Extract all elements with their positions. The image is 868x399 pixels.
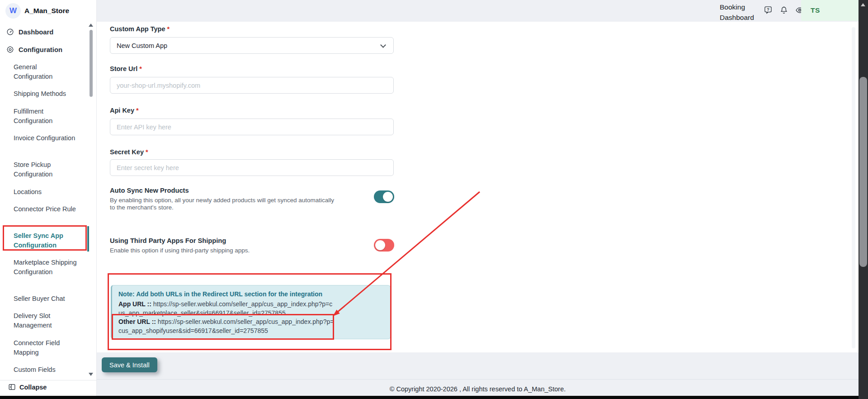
sidebar-item-label: Dashboard xyxy=(19,28,53,36)
sidebar-item-connector-price-rule[interactable]: Connector Price Rule xyxy=(14,204,77,214)
custom-app-type-label: Custom App Type* xyxy=(110,25,170,33)
app-window: W A_Man_Store Dashboard Configuration Ge… xyxy=(0,0,868,399)
gear-icon xyxy=(6,46,14,53)
required-asterisk: * xyxy=(136,107,139,114)
note-title: Note: Add both URLs in the Redirect URL … xyxy=(118,290,383,298)
sidebar-item-seller-buyer-chat[interactable]: Seller Buyer Chat xyxy=(14,294,77,304)
booking-dashboard-link[interactable]: Booking Dashboard xyxy=(720,2,760,23)
brand-header[interactable]: W A_Man_Store xyxy=(0,0,97,23)
sidebar-item-locations[interactable]: Locations xyxy=(14,187,77,197)
store-logo: W xyxy=(5,3,21,19)
window-bottom-edge xyxy=(0,396,868,399)
copyright-text: © Copyright 2020-2026 , All rights reser… xyxy=(97,385,859,393)
app-url-label: App URL :: xyxy=(118,300,151,308)
chevron-down-icon xyxy=(380,42,386,48)
sidebar-item-custom-fields[interactable]: Custom Fields xyxy=(14,365,77,375)
sidebar-item-marketplace-shipping-configuration[interactable]: Marketplace Shipping Configuration xyxy=(14,258,77,276)
scrollbar-thumb[interactable] xyxy=(859,77,867,267)
store-name: A_Man_Store xyxy=(24,7,69,15)
sidebar-item-dashboard[interactable]: Dashboard xyxy=(6,28,53,36)
svg-text:?: ? xyxy=(767,7,769,12)
avatar-initials: TS xyxy=(811,6,820,14)
third-party-shipping-label: Using Third Party Apps For Shipping xyxy=(110,237,226,244)
sidebar: W A_Man_Store Dashboard Configuration Ge… xyxy=(0,0,97,396)
sidebar-scroll-up-arrow[interactable] xyxy=(89,24,93,27)
user-avatar[interactable]: TS xyxy=(801,0,859,21)
bell-icon[interactable] xyxy=(779,5,788,14)
sidebar-item-general-configuration[interactable]: General Configuration xyxy=(14,62,77,81)
sidebar-item-connector-field-mapping[interactable]: Connector Field Mapping xyxy=(14,338,77,357)
help-chat-icon[interactable]: ? xyxy=(764,5,773,14)
sidebar-item-fulfillment-configuration[interactable]: Fulfillment Configuration xyxy=(14,107,77,125)
content-scrollbar-track[interactable] xyxy=(852,27,855,348)
collapse-label: Collapse xyxy=(19,384,47,391)
required-asterisk: * xyxy=(146,148,148,156)
sidebar-scrollbar-thumb[interactable] xyxy=(90,30,93,97)
toggle-knob xyxy=(375,240,385,250)
required-asterisk: * xyxy=(139,65,142,72)
collapse-panel-icon xyxy=(8,383,16,391)
footer-divider xyxy=(97,379,859,380)
other-url-label: Other URL :: xyxy=(118,318,156,325)
sidebar-item-label: Configuration xyxy=(19,46,62,53)
sidebar-item-seller-sync-app-configuration[interactable]: Seller Sync App Configuration xyxy=(14,231,77,250)
scrollbar-up-arrow[interactable] xyxy=(861,3,865,6)
api-key-input[interactable] xyxy=(110,119,394,135)
sidebar-item-configuration[interactable]: Configuration xyxy=(6,46,62,53)
required-asterisk: * xyxy=(167,25,170,33)
collapse-divider xyxy=(0,380,97,380)
other-url-line: Other URL :: https://sp-seller.webkul.co… xyxy=(118,318,335,335)
redirect-url-note: Note: Add both URLs in the Redirect URL … xyxy=(111,285,391,339)
secret-key-input[interactable] xyxy=(110,159,394,176)
secret-key-label: Secret Key* xyxy=(110,148,148,156)
sidebar-item-shipping-methods[interactable]: Shipping Methods xyxy=(14,89,77,99)
auto-sync-toggle[interactable] xyxy=(374,190,394,203)
store-url-label: Store Url* xyxy=(110,65,142,72)
sidebar-item-store-pickup-configuration[interactable]: Store Pickup Configuration xyxy=(14,160,77,179)
app-url-line: App URL :: https://sp-seller.webkul.com/… xyxy=(118,300,335,318)
store-url-input[interactable] xyxy=(110,77,394,94)
sidebar-item-delivery-slot-management[interactable]: Delivery Slot Management xyxy=(14,311,77,330)
api-key-label: Api Key* xyxy=(110,107,139,114)
toggle-knob xyxy=(383,192,393,202)
sidebar-scroll-down-arrow[interactable] xyxy=(89,373,93,376)
third-party-shipping-toggle[interactable] xyxy=(374,239,394,252)
auto-sync-label: Auto Sync New Products xyxy=(110,187,189,194)
selected-value: New Custom App xyxy=(117,42,167,49)
auto-sync-description: By enabling this option, all your newly … xyxy=(110,197,338,211)
collapse-button[interactable]: Collapse xyxy=(8,383,47,391)
gauge-icon xyxy=(6,28,14,36)
third-party-shipping-description: Enable this option if using third-party … xyxy=(110,247,345,254)
custom-app-type-select[interactable]: New Custom App xyxy=(110,37,394,54)
active-item-indicator xyxy=(87,226,89,252)
save-install-button[interactable]: Save & Install xyxy=(102,357,157,372)
browser-scrollbar[interactable] xyxy=(859,0,868,399)
sidebar-item-invoice-configuration[interactable]: Invoice Configuration xyxy=(14,133,77,143)
